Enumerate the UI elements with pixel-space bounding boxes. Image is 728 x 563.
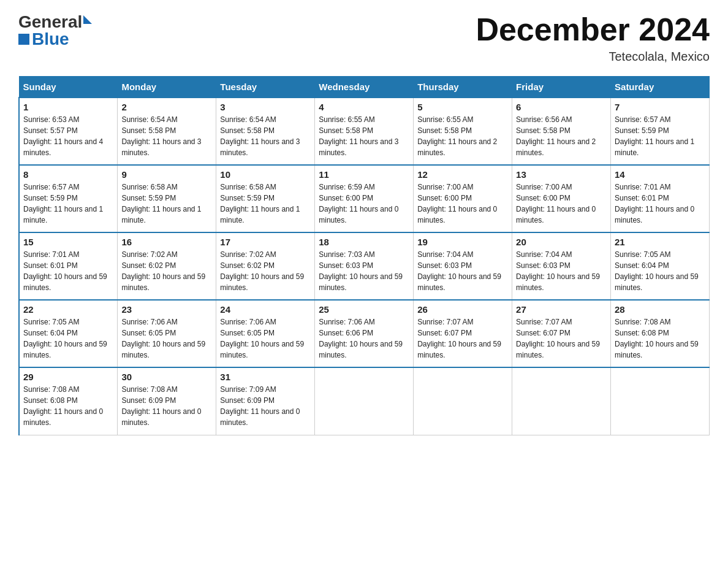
calendar-cell: 11 Sunrise: 6:59 AMSunset: 6:00 PMDaylig… [315, 165, 414, 232]
day-number: 26 [417, 304, 508, 315]
calendar-cell: 23 Sunrise: 7:06 AMSunset: 6:05 PMDaylig… [118, 300, 216, 367]
day-number: 8 [23, 169, 113, 180]
day-number: 7 [615, 102, 705, 112]
day-info: Sunrise: 6:57 AMSunset: 5:59 PMDaylight:… [23, 182, 113, 226]
day-info: Sunrise: 6:54 AMSunset: 5:58 PMDaylight:… [121, 114, 212, 158]
weekday-header-row: SundayMondayTuesdayWednesdayThursdayFrid… [19, 77, 710, 98]
day-info: Sunrise: 6:58 AMSunset: 5:59 PMDaylight:… [121, 182, 212, 226]
weekday-header-monday: Monday [118, 77, 216, 98]
calendar-cell: 18 Sunrise: 7:03 AMSunset: 6:03 PMDaylig… [315, 232, 414, 300]
month-title: December 2024 [476, 12, 710, 47]
day-info: Sunrise: 7:09 AMSunset: 6:09 PMDaylight:… [220, 384, 311, 428]
day-number: 20 [516, 237, 607, 247]
day-info: Sunrise: 7:03 AMSunset: 6:03 PMDaylight:… [319, 249, 409, 293]
day-info: Sunrise: 7:06 AMSunset: 6:05 PMDaylight:… [121, 316, 212, 361]
day-number: 14 [615, 169, 705, 180]
day-number: 6 [516, 102, 607, 112]
page-header: General Blue December 2024 Tetecolala, M… [18, 12, 710, 64]
day-number: 18 [319, 237, 409, 247]
day-number: 28 [615, 304, 705, 315]
day-number: 22 [23, 304, 113, 315]
day-info: Sunrise: 7:05 AMSunset: 6:04 PMDaylight:… [615, 249, 705, 293]
calendar-cell: 21 Sunrise: 7:05 AMSunset: 6:04 PMDaylig… [611, 232, 710, 300]
week-row-2: 8 Sunrise: 6:57 AMSunset: 5:59 PMDayligh… [19, 165, 710, 232]
weekday-header-thursday: Thursday [414, 77, 512, 98]
calendar-cell: 14 Sunrise: 7:01 AMSunset: 6:01 PMDaylig… [611, 165, 710, 232]
day-number: 2 [121, 102, 212, 112]
location-title: Tetecolala, Mexico [476, 50, 710, 64]
calendar-cell: 31 Sunrise: 7:09 AMSunset: 6:09 PMDaylig… [216, 367, 315, 435]
day-info: Sunrise: 7:08 AMSunset: 6:08 PMDaylight:… [615, 316, 705, 361]
calendar-cell: 19 Sunrise: 7:04 AMSunset: 6:03 PMDaylig… [414, 232, 512, 300]
day-number: 10 [220, 169, 311, 180]
calendar-cell [512, 367, 611, 435]
calendar-cell: 24 Sunrise: 7:06 AMSunset: 6:05 PMDaylig… [216, 300, 315, 367]
day-number: 17 [220, 237, 311, 247]
calendar-cell: 20 Sunrise: 7:04 AMSunset: 6:03 PMDaylig… [512, 232, 611, 300]
day-info: Sunrise: 7:02 AMSunset: 6:02 PMDaylight:… [220, 249, 311, 293]
calendar-cell [414, 367, 512, 435]
day-number: 24 [220, 304, 311, 315]
day-info: Sunrise: 7:04 AMSunset: 6:03 PMDaylight:… [417, 249, 508, 293]
day-number: 29 [23, 372, 113, 382]
day-info: Sunrise: 7:08 AMSunset: 6:08 PMDaylight:… [23, 384, 113, 428]
day-info: Sunrise: 7:02 AMSunset: 6:02 PMDaylight:… [121, 249, 212, 293]
day-info: Sunrise: 6:55 AMSunset: 5:58 PMDaylight:… [417, 114, 508, 158]
calendar-cell: 16 Sunrise: 7:02 AMSunset: 6:02 PMDaylig… [118, 232, 216, 300]
weekday-header-saturday: Saturday [611, 77, 710, 98]
logo: General Blue [18, 12, 92, 49]
day-number: 16 [121, 237, 212, 247]
calendar-cell: 9 Sunrise: 6:58 AMSunset: 5:59 PMDayligh… [118, 165, 216, 232]
calendar-cell: 25 Sunrise: 7:06 AMSunset: 6:06 PMDaylig… [315, 300, 414, 367]
day-info: Sunrise: 7:01 AMSunset: 6:01 PMDaylight:… [23, 249, 113, 293]
day-info: Sunrise: 6:53 AMSunset: 5:57 PMDaylight:… [23, 114, 113, 158]
calendar-cell [611, 367, 710, 435]
calendar-cell: 6 Sunrise: 6:56 AMSunset: 5:58 PMDayligh… [512, 98, 611, 165]
week-row-4: 22 Sunrise: 7:05 AMSunset: 6:04 PMDaylig… [19, 300, 710, 367]
calendar-cell: 10 Sunrise: 6:58 AMSunset: 5:59 PMDaylig… [216, 165, 315, 232]
day-number: 15 [23, 237, 113, 247]
day-info: Sunrise: 7:07 AMSunset: 6:07 PMDaylight:… [516, 316, 607, 361]
day-info: Sunrise: 6:54 AMSunset: 5:58 PMDaylight:… [220, 114, 311, 158]
calendar-cell [315, 367, 414, 435]
weekday-header-friday: Friday [512, 77, 611, 98]
calendar-table: SundayMondayTuesdayWednesdayThursdayFrid… [18, 76, 710, 435]
calendar-cell: 28 Sunrise: 7:08 AMSunset: 6:08 PMDaylig… [611, 300, 710, 367]
day-info: Sunrise: 6:59 AMSunset: 6:00 PMDaylight:… [319, 182, 409, 226]
weekday-header-sunday: Sunday [19, 77, 118, 98]
day-number: 27 [516, 304, 607, 315]
day-number: 11 [319, 169, 409, 180]
day-info: Sunrise: 7:08 AMSunset: 6:09 PMDaylight:… [121, 384, 212, 428]
calendar-cell: 13 Sunrise: 7:00 AMSunset: 6:00 PMDaylig… [512, 165, 611, 232]
day-number: 30 [121, 372, 212, 382]
day-number: 5 [417, 102, 508, 112]
day-number: 13 [516, 169, 607, 180]
week-row-3: 15 Sunrise: 7:01 AMSunset: 6:01 PMDaylig… [19, 232, 710, 300]
day-info: Sunrise: 6:58 AMSunset: 5:59 PMDaylight:… [220, 182, 311, 226]
day-info: Sunrise: 7:06 AMSunset: 6:05 PMDaylight:… [220, 316, 311, 361]
day-info: Sunrise: 7:00 AMSunset: 6:00 PMDaylight:… [516, 182, 607, 226]
day-number: 4 [319, 102, 409, 112]
day-number: 21 [615, 237, 705, 247]
calendar-cell: 17 Sunrise: 7:02 AMSunset: 6:02 PMDaylig… [216, 232, 315, 300]
calendar-cell: 27 Sunrise: 7:07 AMSunset: 6:07 PMDaylig… [512, 300, 611, 367]
calendar-cell: 8 Sunrise: 6:57 AMSunset: 5:59 PMDayligh… [19, 165, 118, 232]
day-number: 12 [417, 169, 508, 180]
calendar-cell: 1 Sunrise: 6:53 AMSunset: 5:57 PMDayligh… [19, 98, 118, 165]
day-number: 23 [121, 304, 212, 315]
day-number: 1 [23, 102, 113, 112]
calendar-cell: 4 Sunrise: 6:55 AMSunset: 5:58 PMDayligh… [315, 98, 414, 165]
day-number: 9 [121, 169, 212, 180]
calendar-cell: 30 Sunrise: 7:08 AMSunset: 6:09 PMDaylig… [118, 367, 216, 435]
title-area: December 2024 Tetecolala, Mexico [476, 12, 710, 64]
logo-blue-text: Blue [32, 29, 69, 49]
day-info: Sunrise: 7:01 AMSunset: 6:01 PMDaylight:… [615, 182, 705, 226]
day-info: Sunrise: 7:06 AMSunset: 6:06 PMDaylight:… [319, 316, 409, 361]
day-info: Sunrise: 6:56 AMSunset: 5:58 PMDaylight:… [516, 114, 607, 158]
day-info: Sunrise: 6:55 AMSunset: 5:58 PMDaylight:… [319, 114, 409, 158]
week-row-5: 29 Sunrise: 7:08 AMSunset: 6:08 PMDaylig… [19, 367, 710, 435]
day-info: Sunrise: 7:00 AMSunset: 6:00 PMDaylight:… [417, 182, 508, 226]
calendar-cell: 15 Sunrise: 7:01 AMSunset: 6:01 PMDaylig… [19, 232, 118, 300]
calendar-cell: 3 Sunrise: 6:54 AMSunset: 5:58 PMDayligh… [216, 98, 315, 165]
calendar-cell: 22 Sunrise: 7:05 AMSunset: 6:04 PMDaylig… [19, 300, 118, 367]
